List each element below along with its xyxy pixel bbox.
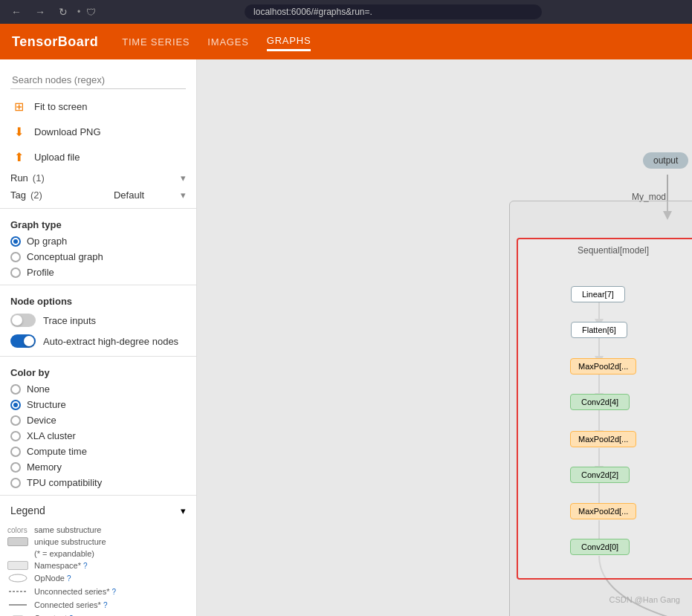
- conv2-label: Conv2d[2]: [570, 467, 630, 483]
- radio-op-indicator: [10, 236, 21, 247]
- radio-conceptual-indicator: [10, 252, 21, 262]
- maxpool5-label: MaxPool2d[...: [570, 358, 636, 375]
- output-node-label: output: [643, 152, 688, 169]
- trace-inputs-toggle[interactable]: [10, 314, 36, 327]
- radio-conceptual-label: Conceptual graph: [27, 251, 103, 262]
- radio-conceptual[interactable]: Conceptual graph: [0, 249, 196, 265]
- fit-label: Fit to screen: [34, 101, 88, 112]
- legend-item-expandable: (* = expandable): [7, 548, 189, 560]
- auto-extract-toggle[interactable]: [10, 334, 36, 348]
- color-none[interactable]: None: [0, 381, 196, 397]
- color-device[interactable]: Device: [0, 412, 196, 428]
- search-input[interactable]: [10, 71, 186, 89]
- divider-3: [0, 356, 196, 357]
- run-select[interactable]: [114, 172, 176, 184]
- color-compute-indicator: [10, 447, 21, 457]
- flatten6-label: Flatten[6]: [571, 322, 627, 338]
- trace-toggle-knob: [12, 315, 22, 325]
- run-dropdown-arrow: ▾: [181, 172, 186, 184]
- nav-time-series[interactable]: TIME SERIES: [122, 33, 190, 51]
- upload-file-button[interactable]: ⬆ Upload file: [0, 144, 196, 169]
- download-png-button[interactable]: ⬇ Download PNG: [0, 119, 196, 144]
- fit-icon: ⊞: [10, 98, 27, 114]
- refresh-button[interactable]: ↻: [55, 4, 71, 19]
- color-compute-label: Compute time: [27, 446, 87, 457]
- divider-2: [0, 285, 196, 285]
- radio-profile-indicator: [10, 268, 21, 278]
- download-label: Download PNG: [34, 126, 101, 137]
- maxpool3-label: MaxPool2d[...: [570, 431, 636, 447]
- legend-constant-shape: [7, 613, 28, 616]
- legend-namespace-desc: Namespace* ?: [34, 561, 88, 570]
- color-tpu[interactable]: TPU compatibility: [0, 475, 196, 490]
- legend-opnode-desc: OpNode ?: [34, 574, 71, 583]
- color-tpu-indicator: [10, 478, 21, 488]
- tag-count: (2): [30, 189, 42, 201]
- legend-item-colors: colors same substructure: [7, 524, 189, 536]
- legend-unconnected-desc: Unconnected series* ?: [34, 587, 116, 596]
- color-tpu-label: TPU compatibility: [27, 477, 102, 488]
- color-structure[interactable]: Structure: [0, 397, 196, 412]
- color-structure-label: Structure: [27, 399, 66, 410]
- legend-colors-label: colors: [7, 526, 28, 534]
- main-nav: TIME SERIES IMAGES GRAPHS: [122, 32, 311, 51]
- browser-bar: ← → ↻ • 🛡: [0, 0, 692, 24]
- svg-point-0: [9, 574, 27, 582]
- run-count: (1): [33, 172, 45, 184]
- run-label: Run: [10, 172, 28, 184]
- tag-label: Tag: [10, 189, 26, 201]
- tag-dropdown-arrow: ▾: [181, 189, 186, 201]
- color-device-indicator: [10, 415, 21, 426]
- color-memory-label: Memory: [27, 461, 62, 473]
- sequential-label: Sequential[model]: [578, 245, 649, 256]
- color-none-indicator: [10, 384, 21, 395]
- color-xla-indicator: [10, 431, 21, 441]
- linear7-label: Linear[7]: [571, 286, 625, 302]
- legend-unique-shape: [7, 537, 28, 546]
- legend-item-namespace: Namespace* ?: [7, 560, 189, 571]
- maxpool1-label: MaxPool2d[...: [570, 503, 636, 519]
- upload-label: Upload file: [34, 152, 80, 163]
- legend-connected-desc: Connected series* ?: [34, 600, 108, 609]
- forward-button[interactable]: →: [31, 4, 49, 19]
- legend-title: Legend: [10, 505, 45, 516]
- radio-profile[interactable]: Profile: [0, 265, 196, 280]
- nav-graphs[interactable]: GRAPHS: [267, 32, 311, 51]
- radio-op-graph[interactable]: Op graph: [0, 233, 196, 249]
- legend-collapse-icon: ▾: [181, 505, 186, 516]
- graph-type-title: Graph type: [0, 213, 196, 233]
- legend-item-constant: Constant ?: [7, 612, 189, 616]
- legend-unconnected-shape: [7, 586, 28, 597]
- nav-images[interactable]: IMAGES: [207, 33, 248, 51]
- divider-4: [0, 495, 196, 496]
- legend-header[interactable]: Legend ▾: [0, 500, 196, 521]
- fit-to-screen-button[interactable]: ⊞ Fit to screen: [0, 94, 196, 119]
- legend-item-connected: Connected series* ?: [7, 598, 189, 612]
- run-row: Run (1) ▾: [0, 169, 196, 187]
- tag-select[interactable]: Default: [114, 189, 176, 201]
- main-layout: ⊞ Fit to screen ⬇ Download PNG ⬆ Upload …: [0, 59, 692, 616]
- legend-namespace-shape: [7, 561, 28, 570]
- legend-colors-desc: same substructure: [34, 525, 101, 534]
- back-button[interactable]: ←: [7, 4, 25, 19]
- graph-area[interactable]: output My_mod Sequential[model] Linear[7…: [197, 59, 692, 616]
- color-memory[interactable]: Memory: [0, 459, 196, 475]
- output-node[interactable]: output: [643, 152, 688, 169]
- color-device-label: Device: [27, 415, 56, 426]
- legend-unique-desc: unique substructure: [34, 537, 106, 546]
- tag-row: Tag (2) Default ▾: [0, 187, 196, 204]
- color-by-title: Color by: [0, 361, 196, 381]
- auto-extract-label: Auto-extract high-degree nodes: [43, 336, 178, 347]
- color-xla-label: XLA cluster: [27, 430, 76, 441]
- sidebar: ⊞ Fit to screen ⬇ Download PNG ⬆ Upload …: [0, 59, 197, 616]
- legend-item-unique: unique substructure: [7, 536, 189, 548]
- url-bar[interactable]: [245, 4, 542, 19]
- conv4-label: Conv2d[4]: [570, 394, 630, 410]
- color-xla[interactable]: XLA cluster: [0, 428, 196, 444]
- trace-label: Trace inputs: [43, 315, 96, 326]
- browser-dots: •: [77, 7, 80, 17]
- legend-connected-shape: [7, 600, 28, 610]
- color-memory-indicator: [10, 462, 21, 473]
- legend-body: colors same substructure unique substruc…: [0, 521, 196, 616]
- color-compute[interactable]: Compute time: [0, 444, 196, 459]
